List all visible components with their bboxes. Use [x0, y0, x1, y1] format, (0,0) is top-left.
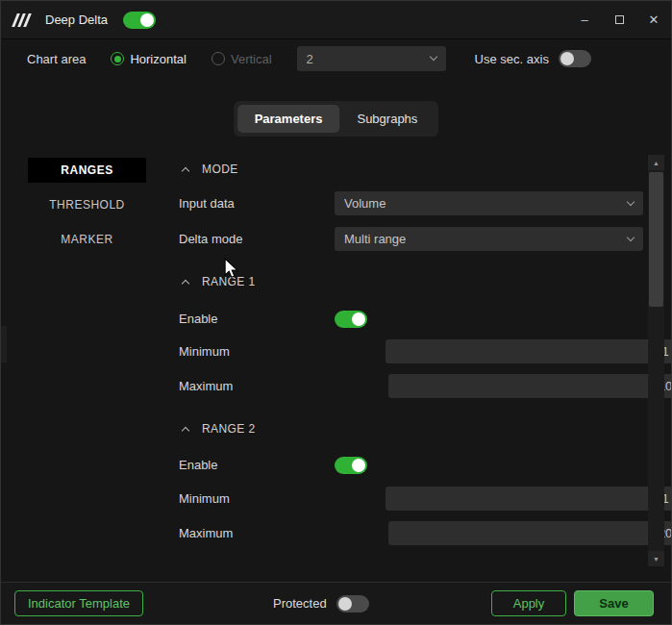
parameters-panel: MODE Input data Volume Delta mode Multi … [179, 155, 644, 568]
section-title-mode: MODE [202, 162, 238, 176]
indicator-template-button[interactable]: Indicator Template [14, 590, 143, 616]
range2-maximum-label: Maximum [179, 526, 233, 540]
delta-mode-select[interactable]: Multi range [335, 227, 643, 251]
chart-areas-value: 2 [307, 52, 313, 66]
scroll-up-icon: ▲ [653, 160, 660, 166]
sec-axis-label: Use sec. axis [475, 52, 549, 66]
window-edge-handle [1, 326, 7, 362]
section-title-range1: RANGE 1 [202, 275, 255, 288]
range1-enable-row: Enable [179, 307, 644, 331]
toggle-knob [560, 52, 574, 65]
range2-minimum-row: Minimum 11 ▴ ▾ [179, 487, 644, 511]
scrollbar[interactable]: ▲ ▼ [648, 155, 664, 566]
footer: Indicator Template Protected Apply Save [1, 582, 671, 624]
titlebar[interactable]: Deep Delta – ✕ [1, 1, 671, 39]
chart-areas-select[interactable]: 2 [297, 46, 446, 71]
chevron-down-icon [429, 53, 436, 61]
section-mode-header[interactable]: MODE [179, 161, 238, 178]
input-data-label: Input data [179, 196, 235, 211]
sidebar: RANGES THRESHOLD MARKER [28, 158, 146, 262]
section-range2-header[interactable]: RANGE 2 [179, 420, 255, 438]
chart-area-label: Chart area [27, 52, 86, 66]
input-data-value: Volume [344, 196, 386, 211]
toggle-knob [352, 459, 365, 472]
radio-horizontal-label: Horizontal [130, 52, 187, 66]
apply-button[interactable]: Apply [491, 590, 566, 616]
collapse-button[interactable] [179, 162, 192, 176]
save-button[interactable]: Save [574, 590, 654, 616]
range2-enable-row: Enable [179, 453, 644, 477]
radio-vertical-label: Vertical [231, 52, 272, 66]
range2-minimum-input[interactable]: 11 ▴ ▾ [386, 487, 672, 511]
indicator-settings-window: Deep Delta – ✕ Chart area Horizontal Ver… [0, 0, 672, 625]
window-controls: – ✕ [567, 1, 671, 38]
maximize-icon [615, 15, 624, 24]
toggle-knob [352, 312, 365, 326]
chevron-up-icon [182, 279, 189, 287]
section-title-range2: RANGE 2 [202, 422, 255, 436]
delta-mode-label: Delta mode [179, 232, 242, 246]
range2-maximum-row: Maximum 20 ▴ ▾ [179, 521, 644, 545]
chevron-down-icon [627, 234, 635, 241]
range1-minimum-row: Minimum 1 ▴ ▾ [179, 339, 644, 363]
range2-maximum-input[interactable]: 20 ▴ ▾ [388, 521, 672, 545]
collapse-button[interactable] [179, 275, 192, 288]
app-icon [12, 13, 37, 27]
toggle-knob [140, 13, 154, 27]
maximize-button[interactable] [602, 1, 636, 38]
minimize-button[interactable]: – [567, 1, 602, 38]
protected-toggle[interactable] [336, 595, 369, 612]
chevron-up-icon [182, 426, 189, 434]
close-icon: ✕ [649, 12, 660, 27]
range1-minimum-input[interactable]: 1 ▴ ▾ [386, 339, 672, 363]
radio-vertical-circle [212, 52, 225, 65]
chevron-up-icon [182, 166, 189, 174]
tab-parameters[interactable]: Parameters [237, 105, 340, 133]
chart-area-toolbar: Chart area Horizontal Vertical 2 Use sec… [1, 40, 671, 77]
range1-minimum-label: Minimum [179, 344, 230, 359]
collapse-button[interactable] [179, 422, 192, 436]
radio-horizontal[interactable]: Horizontal [111, 52, 187, 66]
toggle-knob [338, 597, 352, 611]
delta-mode-value: Multi range [344, 232, 406, 246]
scroll-down-icon: ▼ [653, 556, 660, 562]
settings-tabs: Parameters Subgraphs [234, 101, 439, 137]
range2-enable-toggle[interactable] [335, 457, 367, 474]
protected-label: Protected [273, 596, 327, 611]
range2-minimum-label: Minimum [179, 491, 230, 506]
range2-enable-label: Enable [179, 458, 217, 472]
protected-group: Protected [273, 595, 369, 612]
chevron-down-icon [627, 198, 635, 206]
window-title: Deep Delta [45, 12, 108, 27]
scrollbar-thumb[interactable] [649, 172, 663, 307]
range1-enable-toggle[interactable] [335, 311, 367, 328]
range1-maximum-row: Maximum 10 ▴ ▾ [179, 374, 644, 398]
radio-horizontal-circle [111, 52, 124, 65]
range1-maximum-label: Maximum [179, 379, 233, 393]
sec-axis-toggle[interactable] [559, 50, 591, 67]
radio-vertical[interactable]: Vertical [212, 52, 272, 66]
indicator-enabled-toggle[interactable] [123, 12, 156, 29]
minimize-icon: – [581, 12, 587, 27]
tab-subgraphs[interactable]: Subgraphs [339, 105, 435, 133]
section-range1-header[interactable]: RANGE 1 [179, 273, 255, 290]
sidebar-item-marker[interactable]: MARKER [28, 227, 146, 252]
range1-maximum-input[interactable]: 10 ▴ ▾ [388, 374, 672, 398]
sidebar-item-threshold[interactable]: THRESHOLD [28, 192, 146, 217]
scroll-down-button[interactable]: ▼ [648, 551, 664, 566]
sidebar-item-ranges[interactable]: RANGES [28, 158, 146, 183]
input-data-row: Input data Volume [179, 191, 644, 215]
close-button[interactable]: ✕ [636, 1, 671, 38]
scroll-up-button[interactable]: ▲ [648, 155, 664, 170]
delta-mode-row: Delta mode Multi range [179, 227, 644, 251]
input-data-select[interactable]: Volume [335, 191, 643, 215]
range1-enable-label: Enable [179, 312, 217, 326]
